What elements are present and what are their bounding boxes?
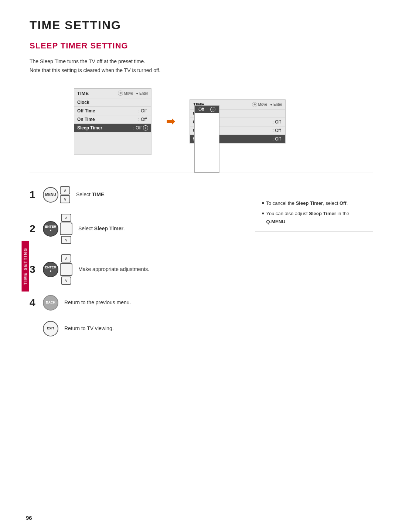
step-exit-text: Return to TV viewing. bbox=[64, 325, 114, 332]
page-number: 96 bbox=[26, 515, 32, 521]
sleep-timer-dropdown: Off ○ 10 min. 20 min. 30 min. 60 min. 90… bbox=[194, 105, 219, 173]
notes-box: To cancel the Sleep Timer, select Off. Y… bbox=[255, 194, 373, 231]
diagram-area: TIME ⊕ Move ● Enter Clock Off Time : Off… bbox=[30, 88, 373, 155]
step-2-text: Select Sleep Timer. bbox=[78, 225, 125, 233]
note-1: To cancel the Sleep Timer, select Off. bbox=[262, 199, 366, 207]
updown-arrows-2: ∧ ∨ bbox=[60, 214, 72, 244]
step-3-buttons: ENTER● ∧ ∨ bbox=[43, 254, 72, 285]
side-label: TIME SETTING bbox=[22, 241, 29, 291]
right-menu-controls: ⊕ Move ● Enter bbox=[252, 102, 282, 107]
dropdown-20min: 20 min. bbox=[195, 121, 219, 128]
dropdown-60min: 60 min. bbox=[195, 135, 219, 143]
step-1-buttons: MENU ∧ ∨ bbox=[43, 186, 70, 203]
up-arrow-1[interactable]: ∧ bbox=[60, 186, 70, 194]
step-1: 1 MENU ∧ ∨ Select TIME. bbox=[30, 186, 240, 203]
step-2: 2 ENTER● ∧ ∨ Select Sleep Timer. bbox=[30, 214, 240, 244]
left-menu-box: TIME ⊕ Move ● Enter Clock Off Time : Off… bbox=[74, 88, 151, 155]
step-4-buttons: BACK bbox=[43, 295, 58, 311]
step-1-number: 1 bbox=[30, 190, 37, 200]
dropdown-180min: 180 min. bbox=[195, 157, 219, 165]
left-menu-row-sleep: Sleep Timer : Off ● bbox=[74, 124, 151, 132]
dropdown-240min: 240 min. bbox=[195, 165, 219, 172]
up-arrow-2[interactable]: ∧ bbox=[61, 214, 71, 222]
menu-button[interactable]: MENU bbox=[43, 187, 58, 203]
left-menu-row-ontime: On Time : Off bbox=[74, 115, 151, 124]
steps-left: 1 MENU ∧ ∨ Select TIME. 2 bbox=[30, 186, 240, 347]
description: The Sleep Time turns the TV off at the p… bbox=[30, 57, 373, 75]
updown-arrows-1: ∧ ∨ bbox=[60, 186, 70, 203]
dropdown-30min: 30 min. bbox=[195, 128, 219, 135]
dropdown-120min: 120 min. bbox=[195, 150, 219, 157]
square-btn-2 bbox=[60, 223, 72, 235]
section-title: SLEEP TIMER SETTING bbox=[30, 41, 373, 51]
dropdown-10min: 10 min. bbox=[195, 113, 219, 121]
enter-button-2[interactable]: ENTER● bbox=[43, 221, 58, 237]
step-3-text: Make appropriate adjustments. bbox=[78, 266, 149, 273]
down-arrow-2[interactable]: ∨ bbox=[61, 236, 71, 244]
updown-arrows-3: ∧ ∨ bbox=[60, 254, 72, 285]
left-menu-title: TIME bbox=[77, 91, 89, 96]
left-menu-row-clock: Clock bbox=[74, 98, 151, 107]
down-arrow-1[interactable]: ∨ bbox=[60, 195, 70, 203]
step-4-text: Return to the previous menu. bbox=[64, 299, 131, 306]
step-4: 4 BACK Return to the previous menu. bbox=[30, 295, 240, 311]
exit-button[interactable]: EXIT bbox=[43, 321, 58, 336]
left-menu-controls: ⊕ Move ● Enter bbox=[118, 91, 148, 96]
step-exit-buttons: EXIT bbox=[43, 321, 58, 336]
enter-button-3[interactable]: ENTER● bbox=[43, 262, 58, 277]
arrow-icon: ➡ bbox=[166, 115, 175, 128]
left-menu-row-offtime: Off Time : Off bbox=[74, 107, 151, 115]
step-4-number: 4 bbox=[30, 298, 37, 308]
up-arrow-3[interactable]: ∧ bbox=[61, 254, 71, 262]
step-3: 3 ENTER● ∧ ∨ Make appropriate adjustment… bbox=[30, 254, 240, 285]
dropdown-90min: 90 min. bbox=[195, 143, 219, 150]
step-exit: EXIT Return to TV viewing. bbox=[43, 321, 240, 336]
step-2-buttons: ENTER● ∧ ∨ bbox=[43, 214, 72, 244]
right-menu-box: TIME ⊕ Move ● Enter Clock Off Time : Off… bbox=[190, 99, 286, 143]
right-menu-row-sleep: Sleep Timer : Off Off ○ 10 min. 20 min. … bbox=[190, 135, 285, 143]
square-btn-3 bbox=[60, 263, 72, 276]
back-button[interactable]: BACK bbox=[43, 295, 58, 311]
note-2: You can also adjust Sleep Timer in the Q… bbox=[262, 210, 366, 226]
dropdown-off: Off ○ bbox=[195, 106, 219, 113]
down-arrow-3[interactable]: ∨ bbox=[61, 277, 71, 285]
step-3-number: 3 bbox=[30, 264, 37, 275]
page-title: TIME SETTING bbox=[30, 18, 373, 32]
steps-area: 1 MENU ∧ ∨ Select TIME. 2 bbox=[30, 186, 373, 347]
step-1-text: Select TIME. bbox=[76, 191, 106, 199]
step-2-number: 2 bbox=[30, 224, 37, 234]
